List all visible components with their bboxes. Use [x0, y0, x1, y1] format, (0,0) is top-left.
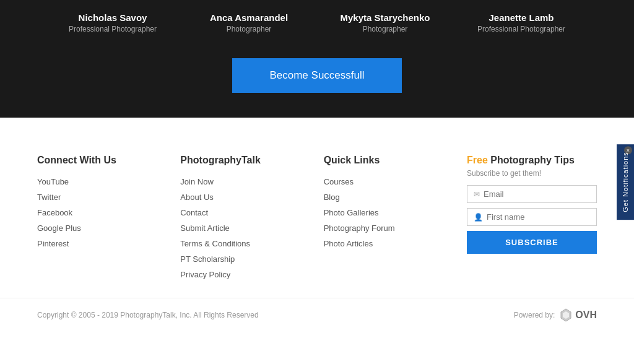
notification-tab-label: Get Notifications: [622, 152, 629, 212]
photographer-item: Anca Asmarandel Photographer: [181, 6, 317, 40]
newsletter-free-label: Free: [467, 155, 488, 165]
link-courses[interactable]: Courses: [324, 177, 467, 186]
subscribe-button[interactable]: SUBSCRIBE: [467, 231, 597, 254]
ovh-logo: OVH: [558, 308, 597, 323]
section-divider: [0, 118, 634, 136]
person-icon: 👤: [474, 213, 483, 222]
photographer-name-4: Jeanette Lamb: [459, 12, 583, 23]
photographer-item: Nicholas Savoy Professional Photographer: [45, 6, 181, 40]
email-icon: ✉: [474, 190, 480, 199]
newsletter-col: Free Photography Tips Subscribe to get t…: [467, 155, 597, 285]
link-about-us[interactable]: About Us: [180, 193, 323, 202]
link-youtube[interactable]: YouTube: [37, 177, 180, 186]
pt-col: PhotographyTalk Join Now About Us Contac…: [180, 155, 323, 285]
email-field[interactable]: [484, 189, 590, 199]
bottom-bar: Copyright © 2005 - 2019 PhotographyTalk,…: [0, 298, 634, 332]
link-join-now[interactable]: Join Now: [180, 177, 323, 186]
notification-tab[interactable]: × Get Notifications: [617, 144, 634, 220]
firstname-input-wrapper: 👤: [467, 208, 597, 226]
link-contact[interactable]: Contact: [180, 208, 323, 217]
photographers-row: Nicholas Savoy Professional Photographer…: [0, 6, 634, 40]
photographer-name-3: Mykyta Starychenko: [323, 12, 447, 23]
footer-section: Connect With Us YouTube Twitter Facebook…: [0, 136, 634, 298]
pt-title: PhotographyTalk: [180, 155, 323, 166]
link-privacy[interactable]: Privacy Policy: [180, 270, 323, 279]
photographer-item: Mykyta Starychenko Photographer: [317, 6, 453, 40]
link-photo-galleries[interactable]: Photo Galleries: [324, 208, 467, 217]
link-terms[interactable]: Terms & Conditions: [180, 239, 323, 248]
photographer-name-2: Anca Asmarandel: [187, 12, 311, 23]
copyright-text: Copyright © 2005 - 2019 PhotographyTalk,…: [37, 311, 259, 319]
link-twitter[interactable]: Twitter: [37, 193, 180, 202]
powered-by: Powered by: OVH: [514, 308, 597, 323]
newsletter-subtitle: Subscribe to get them!: [467, 169, 597, 178]
newsletter-title: Free Photography Tips: [467, 155, 597, 166]
link-photo-articles[interactable]: Photo Articles: [324, 239, 467, 248]
photographer-title-3: Photographer: [323, 25, 447, 33]
photographer-title-1: Professional Photographer: [51, 25, 175, 33]
link-submit-article[interactable]: Submit Article: [180, 223, 323, 233]
link-photography-forum[interactable]: Photography Forum: [324, 223, 467, 233]
link-pinterest[interactable]: Pinterest: [37, 239, 180, 248]
email-input-wrapper: ✉: [467, 185, 597, 203]
photographer-item: Jeanette Lamb Professional Photographer: [453, 6, 589, 40]
photographer-title-2: Photographer: [187, 25, 311, 33]
link-facebook[interactable]: Facebook: [37, 208, 180, 217]
photographer-title-4: Professional Photographer: [459, 25, 583, 33]
firstname-field[interactable]: [487, 212, 590, 222]
quick-title: Quick Links: [324, 155, 467, 166]
link-google-plus[interactable]: Google Plus: [37, 223, 180, 233]
newsletter-rest-label: Photography Tips: [488, 155, 575, 165]
quick-col: Quick Links Courses Blog Photo Galleries…: [324, 155, 467, 285]
link-blog[interactable]: Blog: [324, 193, 467, 202]
photographer-name-1: Nicholas Savoy: [51, 12, 175, 23]
become-successful-button[interactable]: Become Successfull: [232, 58, 401, 93]
connect-title: Connect With Us: [37, 155, 180, 166]
ovh-icon: [558, 308, 573, 323]
connect-col: Connect With Us YouTube Twitter Facebook…: [37, 155, 180, 285]
powered-by-label: Powered by:: [514, 311, 555, 319]
top-section: Nicholas Savoy Professional Photographer…: [0, 0, 634, 118]
link-scholarship[interactable]: PT Scholarship: [180, 254, 323, 264]
ovh-text: OVH: [575, 310, 597, 321]
